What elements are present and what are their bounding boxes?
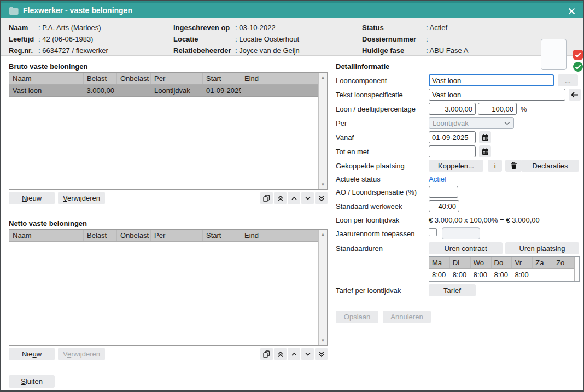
jaarurennorm-checkbox[interactable]	[429, 228, 437, 236]
day-hours: 8:00	[471, 269, 492, 280]
deeltijdpercentage-input[interactable]	[478, 103, 517, 115]
copy-back-arrow-icon[interactable]	[569, 89, 581, 101]
day-hours: 8:00	[512, 269, 533, 280]
bruto-move-down-icon[interactable]	[301, 192, 314, 204]
standaarduren-table-header: Ma Di Wo Do Vr Za Zo	[429, 257, 574, 269]
uren-contract-button[interactable]: Uren contract	[429, 242, 503, 254]
vanaf-calendar-icon[interactable]	[479, 131, 491, 143]
column-header-naam[interactable]: Naam	[9, 73, 84, 84]
ingeschreven-value: : 03-10-2022	[235, 24, 276, 32]
day-hours	[533, 269, 553, 280]
ao-loondispensatie-label: AO / Loondispensatie (%)	[336, 188, 417, 196]
day-hours: 8:00	[450, 269, 471, 280]
dossiernummer-label: Dossiernummer	[362, 35, 416, 43]
trash-icon[interactable]	[505, 160, 522, 172]
column-header-start[interactable]: Start	[203, 230, 241, 241]
actuele-status-link[interactable]: Actief	[429, 175, 447, 183]
column-header-naam[interactable]: Naam	[9, 230, 84, 241]
relatiebeheerder-value: : Joyce van de Geijn	[235, 46, 300, 55]
vanaf-input[interactable]	[429, 131, 476, 143]
bruto-table-scrollbar[interactable]: ▲▼	[318, 73, 327, 189]
netto-table-scrollbar[interactable]: ▲▼	[318, 230, 327, 345]
ao-loondispensatie-input[interactable]	[429, 186, 458, 198]
column-header-per[interactable]: Per	[151, 230, 203, 241]
standaarduren-table-row: 8:00 8:00 8:00 8:00 8:00	[429, 269, 574, 280]
looncomponent-browse-button[interactable]: ...	[558, 74, 578, 86]
day-header: Di	[450, 257, 471, 268]
declaraties-button[interactable]: Declaraties	[521, 160, 579, 172]
bruto-copy-icon[interactable]	[260, 192, 273, 204]
day-hours	[553, 269, 574, 280]
column-header-eind[interactable]: Eind	[241, 230, 319, 241]
detail-title: Detailinformatie	[336, 62, 389, 71]
loon-bedrag-input[interactable]	[429, 103, 476, 115]
uren-plaatsing-button[interactable]: Uren plaatsing	[505, 242, 579, 254]
locatie-value: : Locatie Oosterhout	[235, 35, 299, 43]
netto-copy-icon[interactable]	[260, 348, 273, 360]
looncomponent-input[interactable]	[429, 74, 554, 86]
column-header-per[interactable]: Per	[151, 73, 203, 84]
netto-move-top-icon[interactable]	[274, 348, 287, 360]
day-hours: 8:00	[429, 269, 450, 280]
per-select[interactable]: Loontijdvak	[429, 117, 514, 129]
loon-deeltijdpercentage-label: Loon / deeltijdpercentage	[336, 105, 416, 113]
netto-nieuw-button[interactable]: Nieuw	[9, 348, 55, 360]
bruto-move-up-icon[interactable]	[288, 192, 300, 204]
close-icon[interactable]	[565, 5, 577, 16]
info-button[interactable]: i	[488, 160, 502, 172]
day-header: Vr	[512, 257, 533, 268]
netto-move-down-icon[interactable]	[301, 348, 314, 360]
tekst-loonspecificatie-input[interactable]	[429, 89, 565, 101]
tot-en-met-label: Tot en met	[336, 148, 369, 156]
standaarduren-scrollbar[interactable]	[574, 257, 579, 281]
tot-en-met-calendar-icon[interactable]	[479, 145, 491, 157]
leeftijd-label: Leeftijd	[9, 35, 34, 43]
bruto-table-header: Naam Belast Onbelast Per Start Eind	[9, 73, 327, 85]
huidige-fase-label: Huidige fase	[362, 46, 404, 55]
bruto-nieuw-button[interactable]: Nieuw	[9, 192, 55, 204]
column-header-start[interactable]: Start	[203, 73, 241, 84]
per-label: Per	[336, 119, 347, 127]
bruto-move-bottom-icon[interactable]	[315, 192, 328, 204]
column-header-eind[interactable]: Eind	[241, 73, 319, 84]
netto-move-bottom-icon[interactable]	[315, 348, 328, 360]
loon-per-loontijdvak-label: Loon per loontijdvak	[336, 216, 399, 224]
bruto-move-top-icon[interactable]	[274, 192, 287, 204]
sluiten-button[interactable]: Sluiten	[9, 375, 55, 388]
cell-eind	[241, 85, 311, 96]
relatiebeheerder-label: Relatiebeheerder	[173, 46, 231, 55]
naam-value: : P.A. Arts (Marloes)	[38, 24, 101, 32]
cell-belast: 3.000,00	[84, 85, 117, 96]
loon-per-loontijdvak-value: € 3.000,00 x 100,00% = € 3.000,00	[429, 216, 540, 224]
jaarurennorm-input[interactable]	[442, 227, 480, 239]
naam-label: Naam	[9, 24, 28, 32]
netto-section-title: Netto vaste beloningen	[9, 219, 87, 227]
annuleren-button[interactable]: Annuleren	[383, 311, 431, 323]
percent-unit-label: %	[521, 105, 527, 113]
standaard-werkweek-input[interactable]	[429, 200, 459, 212]
leeftijd-value: : 42 (06-06-1983)	[38, 35, 93, 43]
tot-en-met-input[interactable]	[429, 145, 476, 157]
day-hours: 8:00	[492, 269, 512, 280]
netto-move-up-icon[interactable]	[288, 348, 300, 360]
column-header-belast[interactable]: Belast	[84, 73, 117, 84]
table-row-selected[interactable]: Vast loon 3.000,00 Loontijdvak 01-09-202…	[9, 85, 327, 97]
dossiernummer-value: :	[426, 35, 428, 43]
opslaan-button[interactable]: Opslaan	[336, 311, 378, 323]
ingeschreven-label: Ingeschreven op	[173, 24, 230, 32]
column-header-onbelast[interactable]: Onbelast	[117, 73, 151, 84]
standaarduren-label: Standaarduren	[336, 244, 383, 253]
status-value: : Actief	[426, 24, 447, 32]
bruto-verwijderen-button[interactable]: Verwijderen	[58, 192, 105, 204]
tarief-button[interactable]: Tarief	[429, 284, 476, 296]
person-info-bar: Naam Leeftijd Reg.nr. : P.A. Arts (Marlo…	[1, 18, 583, 56]
tekst-loonspecificatie-label: Tekst loonspecificatie	[336, 91, 403, 99]
koppelen-button[interactable]: Koppelen...	[429, 160, 483, 172]
column-header-onbelast[interactable]: Onbelast	[117, 230, 151, 241]
day-header: Zo	[553, 257, 574, 268]
column-header-belast[interactable]: Belast	[84, 230, 117, 241]
day-header: Wo	[471, 257, 492, 268]
standaarduren-table: Ma Di Wo Do Vr Za Zo 8:00 8:00 8:00 8:00…	[429, 256, 580, 282]
netto-verwijderen-button[interactable]: Verwijderen	[58, 348, 105, 360]
regnr-label: Reg.nr.	[9, 46, 33, 55]
